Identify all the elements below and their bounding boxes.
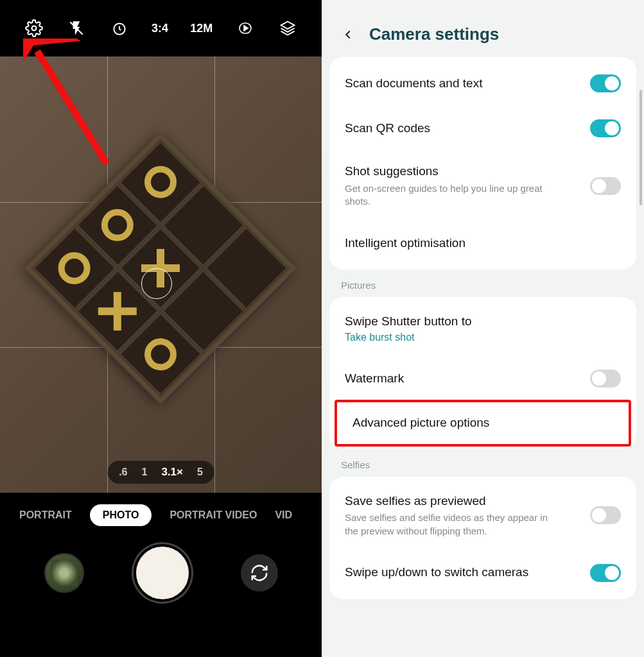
timer-icon[interactable] [109,18,130,38]
mode-video[interactable]: VID [275,509,292,521]
settings-header: Camera settings [322,5,644,57]
row-title: Swipe up/down to switch cameras [345,565,528,581]
back-button[interactable] [340,26,356,43]
svg-point-0 [32,26,37,31]
row-scan-documents[interactable]: Scan documents and text [329,61,636,106]
row-title: Scan documents and text [345,76,482,92]
camera-topbar: 3:4 12M [0,0,322,56]
settings-group-selfies: Save selfies as previewed Save selfies a… [329,477,636,599]
row-title: Swipe Shutter button to [345,314,472,330]
camera-modes[interactable]: PORTRAIT PHOTO PORTRAIT VIDEO VID [0,493,322,538]
row-subtitle: Get on-screen guides to help you line up… [345,182,563,209]
motion-photo-icon[interactable] [235,18,256,38]
zoom-selector[interactable]: .6 1 3.1× 5 [107,461,214,484]
camera-viewfinder[interactable]: .6 1 3.1× 5 [0,56,322,493]
mode-photo[interactable]: PHOTO [90,504,152,526]
toggle-swipe-switch[interactable] [590,564,621,582]
row-subtitle: Take burst shot [345,332,472,343]
svg-marker-4 [244,26,248,31]
scrollbar[interactable] [640,90,642,205]
camera-controls [0,544,322,602]
gallery-thumbnail[interactable] [44,553,84,593]
focus-indicator [141,268,172,299]
row-title: Watermark [345,371,404,387]
mode-portrait[interactable]: PORTRAIT [19,509,72,521]
resolution[interactable]: 12M [190,22,213,35]
settings-group-general: Scan documents and text Scan QR codes Sh… [329,57,636,269]
camera-settings-pane: Camera settings Scan documents and text … [322,0,644,657]
section-label-pictures: Pictures [322,278,644,297]
row-intelligent-optimisation[interactable]: Intelligent optimisation [329,221,636,266]
mode-portrait-video[interactable]: PORTRAIT VIDEO [170,509,257,521]
gear-icon[interactable] [24,18,44,38]
row-shot-suggestions[interactable]: Shot suggestions Get on-screen guides to… [329,151,636,221]
toggle-save-selfies[interactable] [590,506,621,524]
page-title: Camera settings [369,24,499,44]
zoom-level-active[interactable]: 3.1× [161,466,183,479]
flash-off-icon[interactable] [66,18,87,38]
toggle-watermark[interactable] [590,370,621,388]
row-save-selfies-previewed[interactable]: Save selfies as previewed Save selfies a… [329,481,636,550]
camera-app-pane: 3:4 12M .6 1 3.1× 5 PORTRAIT PHOTO [0,0,322,657]
toggle-scan-documents[interactable] [590,74,621,92]
row-watermark[interactable]: Watermark [329,356,636,401]
filters-icon[interactable] [277,18,298,38]
aspect-ratio[interactable]: 3:4 [152,22,168,35]
row-title: Shot suggestions [345,164,563,180]
toggle-scan-qr[interactable] [590,119,621,137]
settings-group-pictures: Swipe Shutter button to Take burst shot … [329,297,636,448]
row-subtitle: Save selfies and selfie videos as they a… [345,511,563,538]
flip-camera-button[interactable] [241,554,278,592]
toggle-shot-suggestions[interactable] [590,177,621,195]
row-swipe-shutter[interactable]: Swipe Shutter button to Take burst shot [329,301,636,356]
zoom-level[interactable]: 1 [141,466,147,478]
row-swipe-switch-cameras[interactable]: Swipe up/down to switch cameras [329,550,636,595]
row-title: Advanced picture options [352,415,489,431]
row-title: Scan QR codes [345,121,430,137]
row-scan-qr[interactable]: Scan QR codes [329,106,636,151]
row-title: Save selfies as previewed [345,493,563,509]
row-title: Intelligent optimisation [345,235,466,252]
shutter-button[interactable] [134,544,191,602]
zoom-level[interactable]: 5 [197,466,203,478]
zoom-level[interactable]: .6 [119,466,127,478]
camera-bottom-panel: PORTRAIT PHOTO PORTRAIT VIDEO VID [0,493,322,657]
row-advanced-picture-options[interactable]: Advanced picture options [335,400,631,447]
section-label-selfies: Selfies [322,458,644,477]
